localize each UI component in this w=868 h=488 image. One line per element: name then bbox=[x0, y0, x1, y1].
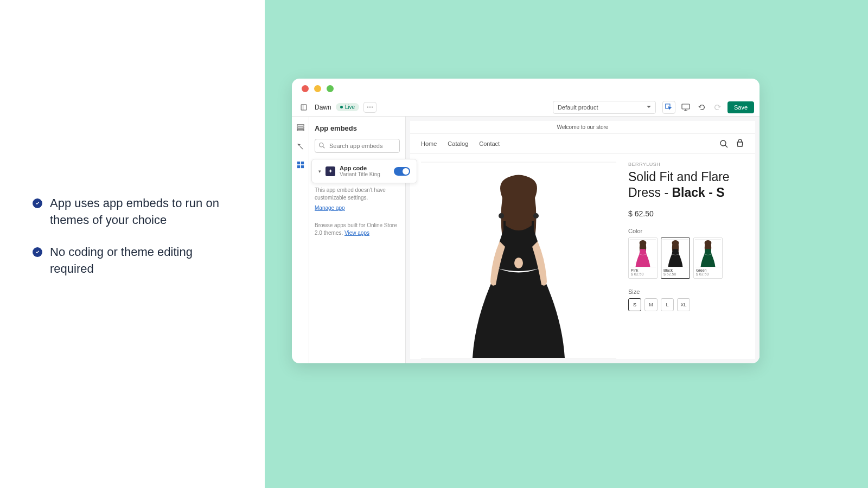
minimize-window-icon[interactable] bbox=[314, 85, 321, 92]
product-title: Solid Fit and Flare Dress - Black - S bbox=[628, 169, 744, 201]
color-option-label: Color bbox=[628, 228, 744, 234]
color-swatch-pink[interactable]: Pink $ 62.50 bbox=[628, 237, 658, 279]
inspector-button[interactable] bbox=[662, 101, 675, 114]
size-option-s[interactable]: S bbox=[628, 298, 641, 311]
swatch-price: $ 62.50 bbox=[630, 272, 656, 277]
store-nav: Home Catalog Contact bbox=[421, 140, 500, 147]
store-frame: Welcome to our store Home Catalog Contac… bbox=[410, 121, 755, 359]
chevron-down-icon: ▾ bbox=[318, 169, 321, 174]
more-actions-button[interactable] bbox=[363, 102, 376, 113]
size-option-label: Size bbox=[628, 288, 744, 295]
size-option-l[interactable]: L bbox=[661, 298, 674, 311]
nav-catalog[interactable]: Catalog bbox=[448, 140, 468, 147]
check-circle-icon bbox=[33, 247, 42, 257]
marketing-left-panel: App uses app embeds to run on themes of … bbox=[0, 0, 265, 488]
live-status-badge: Live bbox=[336, 103, 359, 111]
svg-point-13 bbox=[320, 143, 324, 147]
color-swatch-black[interactable]: Black $ 62.50 bbox=[661, 237, 690, 279]
svg-rect-19 bbox=[532, 221, 534, 237]
announcement-bar: Welcome to our store bbox=[410, 121, 755, 134]
svg-rect-18 bbox=[503, 221, 506, 237]
sidebar-title: App embeds bbox=[315, 124, 400, 132]
svg-rect-10 bbox=[301, 162, 303, 164]
swatch-label: Pink bbox=[630, 267, 656, 272]
chevron-down-icon bbox=[647, 106, 651, 108]
svg-point-21 bbox=[533, 213, 539, 219]
svg-point-3 bbox=[372, 107, 373, 108]
app-embed-item[interactable]: ▾ ✦ App code Variant Title King bbox=[311, 159, 417, 183]
product-image-placeholder bbox=[421, 162, 616, 359]
size-option-xl[interactable]: XL bbox=[677, 298, 690, 311]
search-input[interactable] bbox=[315, 139, 400, 153]
desktop-viewport-button[interactable] bbox=[680, 101, 692, 113]
browser-titlebar bbox=[292, 79, 760, 98]
app-embeds-sidebar: App embeds ▾ ✦ App code Variant Title Ki… bbox=[309, 117, 406, 363]
swatch-price: $ 62.50 bbox=[695, 272, 721, 277]
app-embeds-icon[interactable] bbox=[296, 160, 305, 170]
save-button[interactable]: Save bbox=[727, 101, 754, 113]
size-options: SMLXL bbox=[628, 298, 744, 311]
feature-item: No coding or theme editing required bbox=[33, 244, 232, 278]
feature-text: App uses app embeds to run on themes of … bbox=[50, 195, 232, 229]
editor-nav-rail bbox=[292, 117, 309, 363]
product-brand: BERRYLUSH bbox=[628, 162, 744, 167]
app-icon: ✦ bbox=[326, 166, 335, 176]
theme-preview: Welcome to our store Home Catalog Contac… bbox=[406, 117, 760, 363]
editor-toolbar: Dawn Live Default product bbox=[292, 98, 760, 117]
view-apps-link[interactable]: View apps bbox=[344, 230, 369, 236]
browse-description: Browse apps built for Online Store 2.0 t… bbox=[315, 222, 400, 237]
color-swatches: Pink $ 62.50 Black $ 62.50 Green $ 6 bbox=[628, 237, 744, 279]
preview-panel: Dawn Live Default product bbox=[265, 0, 868, 488]
template-selector[interactable]: Default product bbox=[553, 101, 656, 114]
app-embed-title: App code bbox=[340, 165, 390, 171]
svg-rect-6 bbox=[297, 125, 303, 126]
store-header: Home Catalog Contact bbox=[410, 134, 755, 154]
feature-text: No coding or theme editing required bbox=[50, 244, 232, 278]
nav-home[interactable]: Home bbox=[421, 140, 437, 147]
size-option-m[interactable]: M bbox=[644, 298, 658, 311]
theme-name-label: Dawn bbox=[315, 104, 331, 111]
editor-main-area: App embeds ▾ ✦ App code Variant Title Ki… bbox=[292, 117, 760, 363]
maximize-window-icon[interactable] bbox=[327, 85, 334, 92]
swatch-thumbnail bbox=[630, 239, 656, 267]
undo-button[interactable] bbox=[697, 102, 707, 112]
svg-rect-9 bbox=[297, 162, 299, 164]
close-window-icon[interactable] bbox=[302, 85, 309, 92]
browser-window: Dawn Live Default product bbox=[292, 79, 760, 363]
theme-settings-icon[interactable] bbox=[296, 142, 305, 151]
swatch-thumbnail bbox=[695, 239, 721, 267]
app-embed-subtitle: Variant Title King bbox=[340, 171, 390, 177]
exit-editor-button[interactable] bbox=[297, 101, 310, 114]
svg-rect-0 bbox=[301, 105, 307, 110]
cart-icon[interactable] bbox=[736, 139, 744, 148]
svg-point-1 bbox=[367, 107, 368, 108]
swatch-label: Black bbox=[662, 267, 688, 272]
svg-point-14 bbox=[720, 140, 726, 146]
product-main-image bbox=[421, 162, 616, 359]
svg-point-20 bbox=[499, 213, 504, 219]
swatch-label: Green bbox=[695, 267, 721, 272]
search-box bbox=[315, 139, 400, 153]
sections-icon[interactable] bbox=[296, 123, 305, 133]
svg-rect-7 bbox=[297, 127, 303, 129]
redo-button[interactable] bbox=[712, 102, 722, 112]
svg-point-2 bbox=[369, 107, 371, 108]
swatch-thumbnail bbox=[662, 239, 688, 267]
svg-point-17 bbox=[514, 258, 523, 268]
app-embed-toggle[interactable] bbox=[394, 167, 410, 176]
embed-description: This app embed doesn't have customizable… bbox=[315, 187, 400, 202]
manage-app-link[interactable]: Manage app bbox=[315, 205, 400, 211]
check-circle-icon bbox=[33, 198, 42, 208]
svg-rect-12 bbox=[301, 165, 303, 168]
swatch-price: $ 62.50 bbox=[662, 272, 688, 277]
svg-rect-11 bbox=[297, 165, 299, 168]
product-price: $ 62.50 bbox=[628, 209, 744, 218]
search-icon[interactable] bbox=[719, 139, 728, 148]
svg-rect-5 bbox=[682, 104, 690, 109]
color-swatch-green[interactable]: Green $ 62.50 bbox=[693, 237, 723, 279]
live-dot-icon bbox=[340, 106, 343, 108]
svg-rect-8 bbox=[297, 130, 303, 131]
nav-contact[interactable]: Contact bbox=[479, 140, 500, 147]
product-details: BERRYLUSH Solid Fit and Flare Dress - Bl… bbox=[628, 162, 744, 359]
search-icon bbox=[318, 142, 325, 149]
